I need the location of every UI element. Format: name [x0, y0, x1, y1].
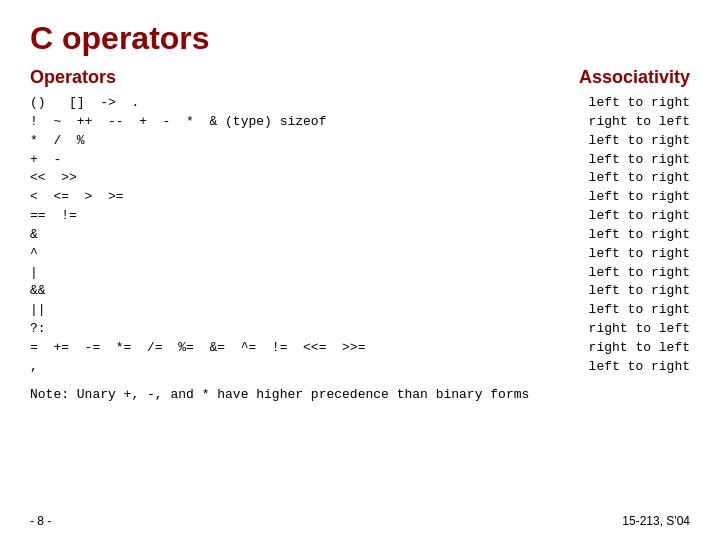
operator-row-12: ?:: [30, 320, 530, 339]
associativity-row-3: left to right: [530, 151, 690, 170]
operator-row-14: ,: [30, 358, 530, 377]
associativity-row-6: left to right: [530, 207, 690, 226]
associativity-row-2: left to right: [530, 132, 690, 151]
operator-row-9: |: [30, 264, 530, 283]
operator-row-13: = += -= *= /= %= &= ^= != <<= >>=: [30, 339, 530, 358]
operator-row-6: == !=: [30, 207, 530, 226]
associativity-row-13: right to left: [530, 339, 690, 358]
associativity-row-5: left to right: [530, 188, 690, 207]
operator-row-11: ||: [30, 301, 530, 320]
associativity-row-10: left to right: [530, 282, 690, 301]
operator-row-3: + -: [30, 151, 530, 170]
operator-row-5: < <= > >=: [30, 188, 530, 207]
operator-row-0: () [] -> .: [30, 94, 530, 113]
operators-header: Operators: [30, 67, 116, 88]
content-area: () [] -> .! ~ ++ -- + - * & (type) sizeo…: [30, 94, 690, 377]
associativity-row-1: right to left: [530, 113, 690, 132]
associativity-row-11: left to right: [530, 301, 690, 320]
footer: - 8 - 15-213, S'04: [30, 514, 690, 528]
associativity-header: Associativity: [579, 67, 690, 88]
page: C operators Operators Associativity () […: [0, 0, 720, 540]
associativity-row-0: left to right: [530, 94, 690, 113]
note: Note: Unary +, -, and * have higher prec…: [30, 387, 690, 402]
operators-list: () [] -> .! ~ ++ -- + - * & (type) sizeo…: [30, 94, 530, 377]
footer-course-info: 15-213, S'04: [622, 514, 690, 528]
operators-column: () [] -> .! ~ ++ -- + - * & (type) sizeo…: [30, 94, 530, 377]
associativity-row-4: left to right: [530, 169, 690, 188]
associativity-row-12: right to left: [530, 320, 690, 339]
associativity-row-14: left to right: [530, 358, 690, 377]
operator-row-7: &: [30, 226, 530, 245]
associativity-list: left to rightright to leftleft to rightl…: [530, 94, 690, 377]
column-headers: Operators Associativity: [30, 67, 690, 92]
footer-page-number: - 8 -: [30, 514, 51, 528]
associativity-column: left to rightright to leftleft to rightl…: [530, 94, 690, 377]
operator-row-1: ! ~ ++ -- + - * & (type) sizeof: [30, 113, 530, 132]
associativity-row-8: left to right: [530, 245, 690, 264]
associativity-row-9: left to right: [530, 264, 690, 283]
page-title: C operators: [30, 20, 690, 57]
operator-row-4: << >>: [30, 169, 530, 188]
operator-row-8: ^: [30, 245, 530, 264]
operator-row-10: &&: [30, 282, 530, 301]
operator-row-2: * / %: [30, 132, 530, 151]
associativity-row-7: left to right: [530, 226, 690, 245]
